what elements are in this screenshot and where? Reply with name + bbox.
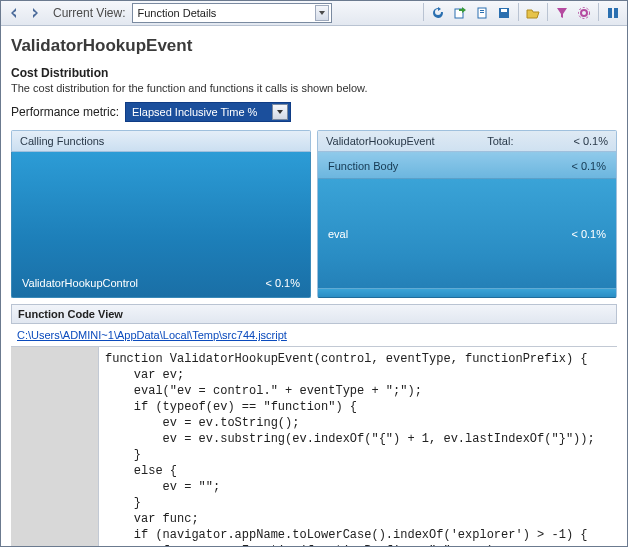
current-function-head: ValidatorHookupEvent Total: < 0.1% xyxy=(317,130,617,152)
arrow-left-icon xyxy=(8,7,20,19)
filter-icon xyxy=(555,6,569,20)
svg-rect-9 xyxy=(614,8,618,18)
current-function-card: ValidatorHookupEvent Total: < 0.1% Funct… xyxy=(317,130,617,298)
callee-eval-value: < 0.1% xyxy=(571,228,606,240)
svg-rect-5 xyxy=(501,9,507,12)
options-button[interactable] xyxy=(574,3,594,23)
current-function-name: ValidatorHookupEvent xyxy=(326,135,435,147)
toolbar: Current View: Function Details xyxy=(1,1,627,26)
nav-forward-button[interactable] xyxy=(26,4,44,22)
metric-label: Performance metric: xyxy=(11,105,119,119)
save-button[interactable] xyxy=(494,3,514,23)
window-root: Current View: Function Details xyxy=(0,0,628,547)
export-icon xyxy=(453,6,467,20)
nav-back-button[interactable] xyxy=(5,4,23,22)
code-text[interactable]: function ValidatorHookupEvent(control, e… xyxy=(99,347,617,546)
total-label: Total: xyxy=(487,135,513,147)
folder-open-icon xyxy=(526,6,540,20)
function-body-label: Function Body xyxy=(328,160,398,172)
svg-point-6 xyxy=(581,10,587,16)
open-button[interactable] xyxy=(523,3,543,23)
code-area: function ValidatorHookupEvent(control, e… xyxy=(11,346,617,546)
svg-rect-3 xyxy=(480,12,484,13)
calling-functions-heading: Calling Functions xyxy=(11,130,311,152)
code-gutter xyxy=(11,347,99,546)
refresh-icon xyxy=(431,6,445,20)
page-body: ValidatorHookupEvent Cost Distribution T… xyxy=(1,26,627,546)
total-value: < 0.1% xyxy=(573,135,608,147)
calling-functions-card: Calling Functions ValidatorHookupControl… xyxy=(11,130,311,298)
svg-rect-2 xyxy=(480,10,484,11)
refresh-button[interactable] xyxy=(428,3,448,23)
toolbar-actions xyxy=(421,3,623,23)
caller-value: < 0.1% xyxy=(265,277,300,289)
arrow-right-icon xyxy=(29,7,41,19)
callee-eval-label: eval xyxy=(328,228,348,240)
code-path: C:\Users\ADMINI~1\AppData\Local\Temp\src… xyxy=(11,324,617,346)
caller-row: ValidatorHookupControl < 0.1% xyxy=(12,277,310,289)
current-view-label: Current View: xyxy=(53,6,125,20)
callee-tail-row xyxy=(318,288,616,298)
filter-button[interactable] xyxy=(552,3,572,23)
export-button[interactable] xyxy=(450,3,470,23)
gear-icon xyxy=(577,6,591,20)
chevron-down-icon xyxy=(315,5,329,21)
columns-button[interactable] xyxy=(603,3,623,23)
code-path-link[interactable]: C:\Users\ADMINI~1\AppData\Local\Temp\src… xyxy=(17,329,287,341)
cost-subtitle: The cost distribution for the function a… xyxy=(11,82,617,94)
calling-functions-body[interactable]: ValidatorHookupControl < 0.1% xyxy=(11,152,311,298)
metric-row: Performance metric: Elapsed Inclusive Ti… xyxy=(11,102,617,122)
function-body-row[interactable]: Function Body < 0.1% xyxy=(318,152,616,178)
metric-select[interactable]: Elapsed Inclusive Time % xyxy=(125,102,291,122)
chevron-down-icon xyxy=(272,104,288,120)
columns-icon xyxy=(606,6,620,20)
current-view-value: Function Details xyxy=(137,7,216,19)
callee-eval-row[interactable]: eval < 0.1% xyxy=(318,178,616,288)
caller-name: ValidatorHookupControl xyxy=(22,277,138,289)
function-body-value: < 0.1% xyxy=(571,160,606,172)
code-view-heading: Function Code View xyxy=(11,304,617,324)
save-icon xyxy=(497,6,511,20)
page-title: ValidatorHookupEvent xyxy=(11,36,617,56)
current-view-select[interactable]: Function Details xyxy=(132,3,332,23)
current-function-body: Function Body < 0.1% eval < 0.1% xyxy=(317,152,617,298)
report-button[interactable] xyxy=(472,3,492,23)
cards-row: Calling Functions ValidatorHookupControl… xyxy=(11,130,617,298)
svg-rect-8 xyxy=(608,8,612,18)
metric-value: Elapsed Inclusive Time % xyxy=(132,106,257,118)
cost-heading: Cost Distribution xyxy=(11,66,617,80)
document-icon xyxy=(475,6,489,20)
